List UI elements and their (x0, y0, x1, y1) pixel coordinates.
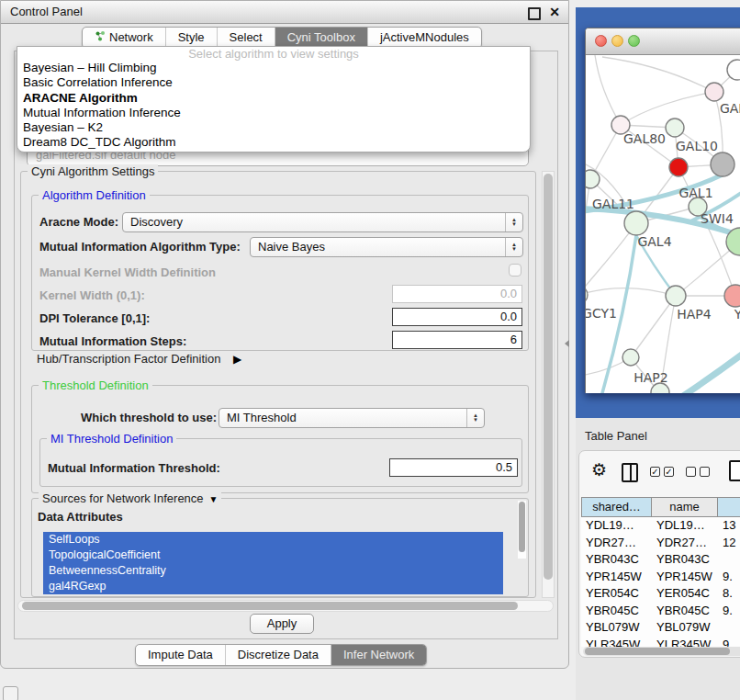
collapse-arrow-icon[interactable]: ▼ (209, 494, 219, 504)
mac-minimize-icon[interactable] (611, 35, 623, 47)
sources-title[interactable]: Sources for Network Inference▼ (39, 491, 221, 505)
network-node-gcy1[interactable] (586, 286, 588, 304)
node-label-gal80: GAL80 (623, 131, 666, 146)
aracne-mode-label: Aracne Mode: (39, 215, 118, 229)
algorithm-option-dream8-dc-tdc-algorithm[interactable]: Dream8 DC_TDC Algorithm (17, 135, 530, 150)
column-header-shared[interactable]: shared… (581, 497, 652, 517)
columns-icon[interactable] (622, 463, 638, 482)
mac-zoom-icon[interactable] (628, 35, 640, 47)
table-row[interactable]: YBR045CYBR045C9. (581, 603, 740, 620)
tab-impute-data[interactable]: Impute Data (136, 645, 225, 665)
tab-select[interactable]: Select (217, 28, 275, 48)
table-row[interactable]: YBL079WYBL079W (581, 619, 740, 637)
algorithm-option-aracne-algorithm[interactable]: ARACNE Algorithm (17, 91, 530, 106)
checkbox-unchecked-icon[interactable] (700, 467, 710, 477)
mi-steps-field[interactable]: 6 (392, 331, 522, 349)
network-desktop-area: GALGAL80GAL10GAL1GAL11SWI4GAL4GCY1HAP4YH… (576, 7, 740, 418)
algorithm-dropdown-popup: Select algorithm to view settings Bayesi… (17, 46, 531, 152)
mi-algorithm-type-value: Naive Bayes (251, 238, 522, 256)
tab-infer-network[interactable]: Infer Network (331, 645, 426, 665)
table-cell: 9. (718, 569, 740, 586)
table-cell: YDR27… (652, 535, 718, 552)
algorithm-option-mutual-information-inference[interactable]: Mutual Information Inference (17, 106, 530, 120)
gear-icon[interactable]: ⚙ (591, 459, 607, 480)
aracne-mode-combobox[interactable]: Discovery ▲▼ (122, 212, 523, 232)
dpi-tolerance-field[interactable]: 0.0 (392, 308, 522, 326)
table-cell (718, 551, 740, 569)
attribute-item-gal4rgexp[interactable]: gal4RGexp (43, 579, 503, 594)
collapsed-panel-icon[interactable] (3, 686, 18, 700)
close-icon[interactable]: ✕ (549, 1, 560, 23)
table-cell: YBR045C (581, 603, 652, 620)
table-row[interactable]: YER054CYER054C8. (581, 585, 740, 603)
node-label-gcy1: GCY1 (586, 306, 617, 321)
mi-algorithm-type-combobox[interactable]: Naive Bayes ▲▼ (250, 237, 523, 257)
mi-threshold-definition-title: MI Threshold Definition (47, 432, 176, 446)
expand-arrow-icon[interactable]: ▶ (233, 353, 241, 366)
which-threshold-label: Which threshold to use: (81, 411, 217, 424)
checkbox-unchecked-icon[interactable] (686, 467, 696, 477)
algorithm-option-basic-correlation-inference[interactable]: Basic Correlation Inference (17, 75, 530, 90)
attribute-item-betweennesscentrality[interactable]: BetweennessCentrality (43, 563, 503, 579)
attribute-item-topologicalcoefficient[interactable]: TopologicalCoefficient (43, 548, 503, 563)
settings-vscroll-thumb[interactable] (544, 174, 553, 580)
apply-button[interactable]: Apply (250, 614, 314, 634)
checkbox-checked-icon[interactable]: ✓ (650, 467, 660, 477)
table-cell: YDL19… (581, 517, 652, 535)
network-graph[interactable]: GALGAL80GAL10GAL1GAL11SWI4GAL4GCY1HAP4YH… (586, 55, 740, 393)
mac-close-icon[interactable] (595, 35, 607, 47)
table-panel-title: Table Panel (585, 429, 647, 443)
attribute-item-selfloops[interactable]: SelfLoops (43, 532, 503, 548)
network-node-gal[interactable] (705, 83, 723, 101)
which-threshold-combobox[interactable]: MI Threshold ▲▼ (219, 408, 485, 428)
hub-transcription-factor-section[interactable]: Hub/Transcription Factor Definition ▶ (37, 352, 241, 366)
algorithm-dropdown-options: Bayesian – Hill ClimbingBasic Correlatio… (17, 61, 530, 151)
hub-transcription-factor-label: Hub/Transcription Factor Definition (37, 352, 220, 366)
document-icon[interactable] (729, 460, 740, 481)
tab-style[interactable]: Style (165, 28, 217, 48)
node-table[interactable]: shared…nameAYDL19…YDL19…13YDR27…YDR27…12… (581, 497, 740, 647)
panel-splitter-handle-icon[interactable] (565, 340, 569, 347)
network-node-gal4[interactable] (624, 211, 648, 235)
attributes-scroll-thumb[interactable] (519, 502, 525, 552)
attributes-scrollbar[interactable] (518, 501, 526, 559)
settings-horizontal-scrollbar[interactable] (17, 600, 554, 612)
table-row[interactable]: YDL19…YDL19…13 (581, 517, 740, 535)
network-node-hap2[interactable] (622, 349, 639, 366)
tab-discretize-data[interactable]: Discretize Data (225, 645, 331, 665)
kernel-width-field[interactable]: 0.0 (392, 285, 522, 303)
network-node-y[interactable] (724, 285, 740, 307)
network-node-gal1[interactable] (669, 158, 688, 176)
settings-hscroll-thumb[interactable] (22, 602, 518, 610)
data-attributes-list[interactable]: SelfLoopsTopologicalCoefficientBetweenne… (43, 532, 503, 594)
network-node-hap4[interactable] (666, 286, 686, 306)
table-cell: 9. (718, 637, 740, 648)
network-node-gal10[interactable] (666, 119, 684, 137)
tab-cyni-toolbox[interactable]: Cyni Toolbox (275, 28, 367, 48)
table-hscroll-thumb[interactable] (585, 648, 730, 655)
network-node-gal11[interactable] (586, 170, 600, 188)
tab-jactivemnodules[interactable]: jActiveMNodules (367, 28, 481, 48)
mi-threshold-field[interactable]: 0.5 (389, 458, 518, 477)
combo-arrows-icon: ▲▼ (505, 213, 522, 231)
network-node[interactable] (711, 152, 734, 176)
tab-network[interactable]: Network (83, 28, 165, 48)
table-row[interactable]: YPR145WYPR145W9. (581, 569, 740, 586)
table-row[interactable]: YDR27…YDR27…12 (581, 535, 740, 552)
table-horizontal-scrollbar[interactable] (583, 647, 740, 656)
tab-label: Infer Network (343, 645, 414, 665)
table-row[interactable]: YLR345WYLR345W9. (581, 637, 740, 648)
column-header-name[interactable]: name (652, 497, 718, 517)
network-canvas[interactable]: GALGAL80GAL10GAL1GAL11SWI4GAL4GCY1HAP4YH… (586, 55, 740, 393)
settings-vertical-scrollbar[interactable] (542, 171, 555, 598)
algorithm-dropdown-prompt: Select algorithm to view settings (17, 47, 530, 61)
manual-kernel-width-checkbox[interactable] (509, 264, 521, 277)
algorithm-option-bayesian-hill-climbing[interactable]: Bayesian – Hill Climbing (17, 61, 530, 75)
threshold-definition-title: Threshold Definition (39, 378, 152, 392)
table-row[interactable]: YBR043CYBR043C (581, 551, 740, 569)
cyni-algorithm-settings-group: Cyni Algorithm Settings Algorithm Defini… (20, 171, 536, 598)
checkbox-checked-icon[interactable]: ✓ (664, 467, 674, 477)
algorithm-option-bayesian-k2[interactable]: Bayesian – K2 (17, 120, 530, 135)
column-header-a[interactable]: A (718, 497, 740, 517)
float-window-icon[interactable] (528, 7, 541, 20)
